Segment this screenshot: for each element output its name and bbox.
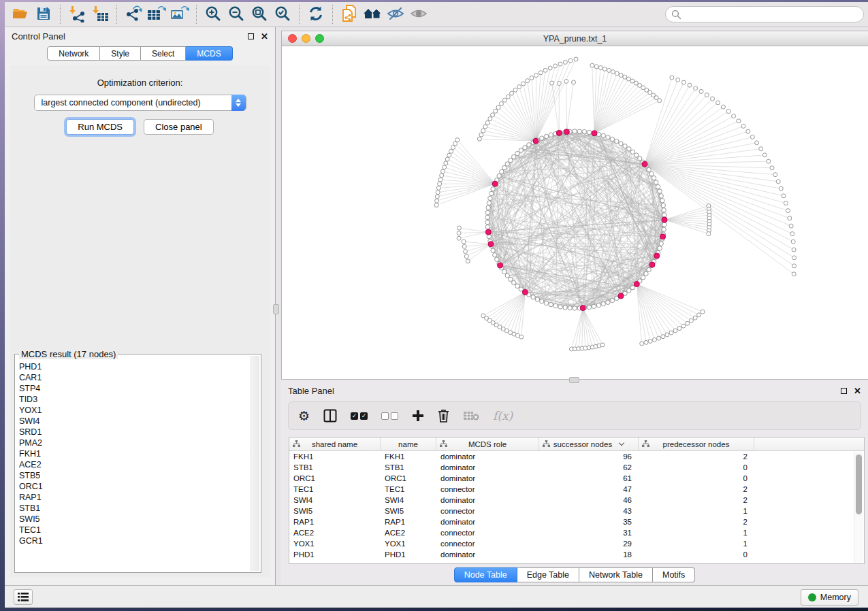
search-input[interactable] [685, 10, 858, 19]
network-node[interactable] [681, 324, 686, 328]
network-node[interactable] [515, 284, 519, 288]
network-node[interactable] [500, 101, 504, 105]
network-node[interactable] [707, 232, 711, 236]
network-node[interactable] [598, 66, 602, 70]
network-node[interactable] [615, 71, 619, 76]
network-node[interactable] [491, 113, 495, 117]
network-node[interactable] [521, 82, 526, 86]
network-node[interactable] [776, 180, 780, 184]
network-node[interactable] [681, 80, 686, 84]
mcds-node-item[interactable]: ORC1 [19, 481, 250, 492]
zoom-selected-button[interactable] [271, 4, 294, 24]
network-node[interactable] [543, 68, 547, 72]
network-node[interactable] [451, 146, 455, 150]
network-node[interactable] [623, 144, 627, 148]
mcds-node-item[interactable]: YOX1 [19, 405, 250, 416]
network-node[interactable] [485, 210, 489, 214]
network-node[interactable] [553, 64, 558, 68]
network-node[interactable] [523, 146, 527, 150]
network-node[interactable] [493, 253, 497, 257]
network-node[interactable] [601, 301, 605, 306]
close-panel-icon[interactable]: ✕ [854, 386, 861, 395]
network-node[interactable] [788, 216, 792, 220]
network-node[interactable] [618, 293, 624, 299]
tab-mcds[interactable]: MCDS [186, 46, 232, 61]
network-node[interactable] [519, 335, 524, 339]
network-node[interactable] [481, 129, 485, 133]
network-node[interactable] [573, 306, 577, 310]
mcds-node-item[interactable]: STP4 [19, 383, 250, 394]
mcds-node-item[interactable]: PHD1 [19, 361, 250, 372]
import-network-button[interactable] [65, 4, 89, 24]
network-node[interactable] [755, 141, 759, 145]
network-node[interactable] [502, 165, 507, 169]
network-node[interactable] [665, 333, 669, 337]
network-node[interactable] [699, 89, 703, 93]
column-header-MCDS-role[interactable]: MCDS role [436, 437, 539, 450]
network-node[interactable] [611, 70, 615, 74]
network-node[interactable] [615, 139, 619, 143]
show-panels-button[interactable] [14, 589, 33, 605]
network-node[interactable] [659, 242, 663, 246]
network-node[interactable] [577, 129, 581, 133]
network-node[interactable] [786, 209, 790, 213]
network-node[interactable] [634, 282, 639, 287]
save-session-button[interactable] [32, 4, 55, 24]
network-node[interactable] [587, 130, 591, 134]
select-all-icon[interactable]: ✓✓ [351, 412, 368, 420]
network-node[interactable] [580, 306, 585, 311]
network-node[interactable] [640, 342, 644, 346]
search-box[interactable] [665, 6, 864, 22]
network-node[interactable] [732, 114, 736, 118]
table-row[interactable]: SWI4SWI4dominator462 [289, 495, 864, 506]
table-scrollbar[interactable] [854, 452, 863, 563]
network-node[interactable] [494, 109, 498, 113]
export-network-button[interactable] [122, 4, 145, 24]
column-header-successor-nodes[interactable]: successor nodes [539, 437, 639, 450]
network-node[interactable] [563, 60, 567, 64]
network-node[interactable] [602, 67, 607, 71]
mcds-node-item[interactable]: SWI4 [19, 416, 250, 427]
node-table-header[interactable]: shared namenameMCDS rolesuccessor nodesp… [289, 437, 864, 451]
network-node[interactable] [784, 201, 788, 205]
network-node[interactable] [686, 321, 690, 325]
network-node[interactable] [644, 271, 648, 276]
network-node[interactable] [572, 80, 576, 84]
network-node[interactable] [533, 138, 539, 144]
network-node[interactable] [531, 295, 535, 299]
network-node[interactable] [544, 301, 548, 305]
network-node[interactable] [656, 184, 660, 188]
network-node[interactable] [563, 306, 567, 310]
network-node[interactable] [455, 138, 460, 142]
mcds-result-list[interactable]: PHD1CAR1STP4TID3YOX1SWI4SRD1PMA2FKH1ACE2… [19, 361, 250, 569]
table-row[interactable]: PHD1PHD1dominator180 [289, 549, 864, 560]
network-node[interactable] [568, 306, 572, 310]
network-node[interactable] [483, 125, 487, 129]
copy-network-button[interactable] [338, 4, 361, 24]
network-node[interactable] [550, 81, 554, 85]
network-node[interactable] [540, 136, 544, 140]
network-node[interactable] [485, 215, 489, 219]
network-node[interactable] [457, 236, 461, 240]
network-node[interactable] [626, 77, 630, 81]
network-node[interactable] [436, 191, 440, 195]
network-node[interactable] [548, 66, 552, 70]
network-node[interactable] [792, 248, 796, 252]
network-node[interactable] [649, 171, 654, 176]
mcds-node-item[interactable]: STB5 [19, 470, 250, 481]
network-node[interactable] [657, 336, 661, 340]
network-node[interactable] [491, 187, 495, 191]
float-panel-icon[interactable] [248, 33, 254, 39]
network-node[interactable] [693, 316, 697, 320]
criterion-dropdown[interactable]: largest connected component (undirected) [34, 95, 246, 111]
export-image-button[interactable] [168, 4, 191, 24]
network-node[interactable] [487, 201, 491, 205]
network-node[interactable] [512, 280, 516, 284]
network-node[interactable] [485, 120, 489, 125]
delete-table-icon[interactable] [463, 410, 479, 421]
network-node[interactable] [457, 226, 461, 230]
mcds-node-item[interactable]: ACE2 [19, 459, 250, 470]
mcds-node-item[interactable]: FKH1 [19, 448, 250, 459]
network-node[interactable] [750, 135, 754, 139]
mcds-node-item[interactable]: TEC1 [19, 525, 250, 535]
